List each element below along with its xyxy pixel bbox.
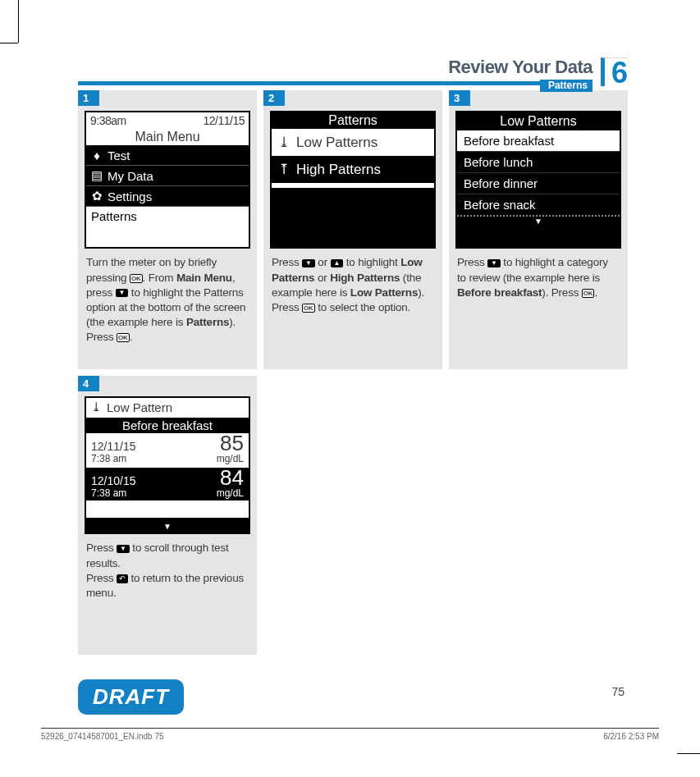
screen-time: 9:38am [90, 114, 126, 127]
screen-title-row: ⤓Low Pattern [86, 398, 249, 416]
gear-icon: ✿ [91, 189, 103, 203]
ok-button-icon: OK [582, 289, 595, 298]
print-footer: 52926_07414587001_EN.indb 75 6/2/16 2:53… [41, 728, 659, 741]
menu-item-low-patterns: ⤓Low Patterns [272, 129, 434, 156]
chapter-number: 6 [601, 57, 628, 86]
step-1: 1 9:38am 12/11/15 Main Menu ♦Test ▤My Da… [78, 90, 257, 369]
meter-screen-1: 9:38am 12/11/15 Main Menu ♦Test ▤My Data… [85, 111, 250, 249]
down-trend-icon: ⤓ [278, 134, 290, 151]
footer-timestamp: 6/2/16 2:53 PM [603, 732, 659, 741]
result-entry-2: 12/10/1584 7:38 ammg/dL [86, 468, 249, 500]
page-content: Review Your Data Patterns 6 1 9:38am 12/… [78, 57, 628, 655]
down-trend-icon: ⤓ [91, 400, 102, 414]
meter-screen-3: Low Patterns Before breakfast Before lun… [455, 111, 621, 249]
cat-before-snack: Before snack [457, 194, 620, 217]
step-3-caption: Press ▼ to highlight a category to revie… [449, 252, 628, 304]
screen-title: Low Patterns [457, 112, 620, 130]
step-number: 3 [449, 90, 470, 106]
down-arrow-icon: ▼ [487, 259, 501, 267]
footer-file: 52926_07414587001_EN.indb 75 [41, 732, 164, 741]
step-1-caption: Turn the meter on by briefly pressing OK… [78, 252, 257, 348]
doc-icon: ▤ [91, 168, 103, 183]
down-arrow-icon: ▼ [117, 545, 130, 553]
menu-item-mydata: ▤My Data [86, 165, 249, 185]
drop-icon: ♦ [91, 149, 103, 162]
step-4: 4 ⤓Low Pattern Before breakfast 12/11/15… [78, 376, 257, 655]
meter-screen-4: ⤓Low Pattern Before breakfast 12/11/1585… [85, 396, 250, 534]
up-arrow-icon: ▲ [331, 259, 344, 267]
screen-date: 12/11/15 [204, 114, 245, 127]
ok-button-icon: OK [117, 333, 130, 342]
back-button-icon: ↶ [117, 574, 128, 583]
step-number: 4 [78, 376, 99, 391]
menu-item-patterns: Patterns [86, 206, 249, 226]
cat-before-breakfast: Before breakfast [457, 130, 620, 152]
cat-before-lunch: Before lunch [457, 152, 620, 173]
steps-grid: 1 9:38am 12/11/15 Main Menu ♦Test ▤My Da… [78, 90, 628, 655]
section-title: Review Your Data [448, 57, 592, 77]
down-arrow-icon: ▼ [302, 259, 315, 267]
page-number: 75 [611, 685, 625, 698]
up-trend-icon: ⤒ [278, 161, 290, 178]
step-2: 2 Patterns ⤓Low Patterns ⤒High Patterns … [263, 90, 442, 369]
ok-button-icon: OK [130, 274, 143, 283]
result-entry-1: 12/11/1585 7:38 ammg/dL [86, 433, 249, 466]
step-4-caption: Press ▼ to scroll through test results. … [78, 537, 257, 604]
menu-item-test: ♦Test [86, 146, 249, 165]
section-subtitle: Patterns [540, 80, 592, 92]
step-number: 2 [263, 90, 285, 106]
screen-title: Main Menu [86, 129, 249, 146]
menu-item-high-patterns: ⤒High Patterns [272, 156, 434, 183]
draft-watermark: DRAFT [78, 679, 184, 715]
step-number: 1 [78, 90, 99, 106]
down-arrow-icon: ▼ [116, 289, 129, 297]
chevron-down-icon: ▼ [163, 522, 172, 531]
screen-title: Patterns [272, 112, 434, 129]
meter-screen-2: Patterns ⤓Low Patterns ⤒High Patterns [270, 111, 436, 249]
cat-before-dinner: Before dinner [457, 173, 620, 194]
chapter-header: Review Your Data Patterns 6 [78, 57, 628, 92]
step-2-caption: Press ▼ or ▲ to highlight Low Patterns o… [263, 252, 442, 318]
menu-item-settings: ✿Settings [86, 185, 249, 206]
step-3: 3 Low Patterns Before breakfast Before l… [449, 90, 628, 369]
ok-button-icon: OK [302, 304, 315, 313]
